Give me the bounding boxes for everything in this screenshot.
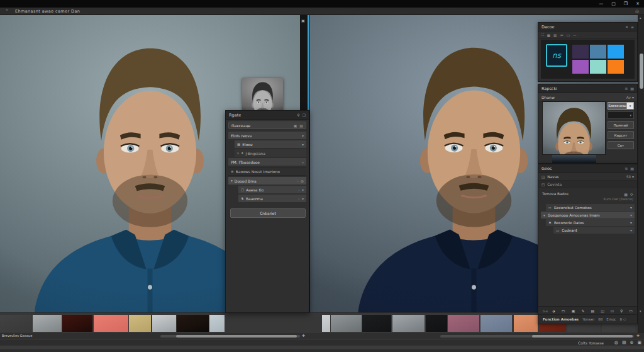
filmstrip-thumbnail-gold[interactable] bbox=[129, 315, 151, 332]
search-bar-icon[interactable]: ▣ bbox=[294, 123, 297, 128]
window-restore-button[interactable]: ❐ bbox=[624, 2, 628, 6]
filmstrip-thumbnail-blue-gray[interactable] bbox=[480, 315, 512, 332]
panel-header-icon[interactable]: ≋ bbox=[625, 166, 628, 171]
filmstrip-thumbnail-ember-dark[interactable] bbox=[177, 315, 209, 332]
layers-footer-icon[interactable]: ⚲ bbox=[620, 309, 623, 313]
menu-items[interactable]: Ehmanasnt awao camer Dan bbox=[15, 9, 80, 14]
panel-search-bar[interactable]: Пакскаце ▣▤ bbox=[228, 122, 306, 129]
color-swatch[interactable] bbox=[590, 60, 606, 74]
row-control-icon[interactable]: ◦ bbox=[297, 196, 300, 201]
footer-mid-label[interactable]: Yonsan bbox=[582, 317, 594, 321]
chevron-down-icon[interactable]: ▾ bbox=[630, 221, 632, 225]
properties-row[interactable]: ▦Elooe▾ bbox=[235, 140, 306, 148]
filmstrip-thumbnail-dark-2[interactable] bbox=[426, 315, 447, 332]
properties-row[interactable]: ▾Doood Bma◦⊛ bbox=[228, 177, 306, 185]
row-control-icon[interactable]: ◦ bbox=[297, 188, 300, 192]
window-maximize-button[interactable]: ▢ bbox=[611, 2, 616, 6]
window-close-button[interactable]: ✕ bbox=[636, 2, 640, 6]
layers-option-icon[interactable]: ▦ bbox=[624, 192, 628, 196]
row-control-icon[interactable]: ▿ bbox=[302, 160, 304, 164]
properties-row[interactable]: ♞Baaorma◦▾ bbox=[238, 195, 306, 202]
scrollbar-handle[interactable] bbox=[176, 335, 297, 338]
swatches-toolbar-icon[interactable]: ▥ bbox=[553, 33, 557, 37]
layers-footer-icon[interactable]: ✎ bbox=[581, 309, 584, 313]
panel-header-icon[interactable]: ▤ bbox=[630, 86, 634, 91]
filmstrip-thumbnail-clouds-2[interactable] bbox=[392, 315, 425, 332]
statusbar-icon[interactable]: ▣ bbox=[637, 340, 641, 345]
home-icon[interactable]: ⌃ bbox=[5, 9, 9, 14]
statusbar-icon[interactable]: ⊕ bbox=[630, 340, 634, 345]
chevron-down-icon[interactable]: ▾ bbox=[630, 229, 632, 232]
swatches-toolbar-icon[interactable]: ⛶ bbox=[541, 33, 544, 37]
filmstrip-thumbnail-pale-blue[interactable] bbox=[209, 315, 225, 332]
filmstrip-thumbnail-salmon[interactable] bbox=[94, 315, 128, 332]
preview-thumbnail[interactable] bbox=[542, 101, 606, 155]
footer-right-label[interactable]: Emoc bbox=[606, 317, 616, 321]
swatches-toolbar-icon[interactable]: ▦ bbox=[547, 33, 550, 37]
row-control-icon[interactable]: ▾ bbox=[302, 142, 304, 147]
filmstrip-thumbnail-maroon[interactable] bbox=[62, 315, 92, 332]
filmstrip-scrollbar-right[interactable] bbox=[440, 335, 634, 338]
panel-header-icon[interactable]: ❑ bbox=[303, 113, 306, 117]
panel-header-icon[interactable]: ▤ bbox=[630, 166, 634, 171]
footer-left-label[interactable]: Function Amoebas bbox=[543, 317, 579, 321]
filmstrip-scrollbar-left[interactable] bbox=[160, 335, 300, 338]
panel-header-icon[interactable]: ≋ bbox=[625, 86, 628, 91]
properties-row[interactable]: ≡Baoows Nosst Imeriono bbox=[228, 167, 306, 176]
convert-button[interactable]: Cnbariet bbox=[230, 208, 306, 218]
source-dropdown[interactable]: Sli ▾ bbox=[626, 174, 634, 179]
panel-header-icon[interactable]: ⚲ bbox=[297, 113, 299, 117]
layers-option-icon[interactable]: ⟳ bbox=[630, 192, 633, 196]
subheader-dropdown[interactable]: Av ▾ bbox=[626, 95, 634, 99]
layers-footer-icon[interactable]: ▣ bbox=[572, 309, 575, 313]
layer-row[interactable]: ▾Gosgonooo Amocenas Imam▾ bbox=[541, 212, 635, 219]
properties-row[interactable]: s✦J-Bngciana bbox=[235, 149, 306, 157]
layers-footer-icon[interactable]: ◫ bbox=[601, 309, 604, 313]
layers-footer-icon[interactable]: ▭ bbox=[629, 309, 633, 313]
row-control-icon[interactable]: ▾ bbox=[302, 196, 304, 201]
swatches-toolbar-icon[interactable]: ▭ bbox=[567, 33, 570, 37]
row-control-icon[interactable]: ▾ bbox=[302, 188, 304, 192]
scroll-plus-icon[interactable]: ✚ bbox=[302, 333, 305, 338]
color-swatch[interactable] bbox=[590, 45, 606, 59]
layer-row[interactable]: ✑Geconcbut Comobos▾ bbox=[546, 204, 635, 211]
row-control-icon[interactable]: ◦ bbox=[296, 179, 299, 183]
window-minimize-button[interactable]: — bbox=[599, 2, 603, 6]
preview-action-button[interactable]: Карслт bbox=[608, 131, 634, 139]
reference-thumbnail[interactable] bbox=[242, 78, 283, 113]
footer-end-icons[interactable]: 8 ⬭ bbox=[620, 317, 626, 322]
filmstrip-thumbnail-empty-slot[interactable] bbox=[0, 315, 31, 332]
filmstrip-thumbnail-mauve[interactable] bbox=[448, 315, 479, 332]
scroll-plus-icon[interactable]: ✚ bbox=[636, 333, 640, 338]
preset-dropdown[interactable]: Бососнеш ▾ bbox=[608, 102, 634, 110]
layers-footer-icon[interactable]: ⊡ bbox=[611, 309, 614, 313]
row-control-icon[interactable]: ⊛ bbox=[301, 179, 304, 183]
chevron-down-icon[interactable]: ▾ bbox=[630, 206, 632, 210]
preview-action-button[interactable]: Пымнай bbox=[608, 121, 634, 129]
scroll-down-icon[interactable]: ▾ bbox=[640, 309, 641, 313]
scrollbar-handle[interactable] bbox=[532, 335, 633, 338]
row-control-icon[interactable]: ▾ bbox=[302, 133, 304, 138]
color-swatch[interactable] bbox=[572, 45, 589, 59]
panel-menu-icon[interactable]: ≡ bbox=[631, 25, 634, 29]
color-swatch[interactable] bbox=[572, 60, 589, 74]
source-row[interactable]: ◳ Navas Sli ▾ bbox=[538, 173, 637, 181]
filmstrip-thumbnail-clouds[interactable] bbox=[331, 315, 362, 332]
swatches-toolbar-icon[interactable]: ⋯ bbox=[573, 33, 577, 37]
chevron-down-icon[interactable]: ▾ bbox=[630, 213, 632, 217]
statusbar-icon[interactable]: ▤ bbox=[622, 340, 626, 345]
scroll-up-icon[interactable]: ▴ bbox=[640, 16, 641, 20]
close-icon[interactable]: ✕ bbox=[625, 25, 628, 29]
statusbar-icon[interactable]: ◍ bbox=[614, 340, 618, 345]
layer-row[interactable]: ⚑Reconerie Datos▾ bbox=[546, 219, 635, 226]
vertical-scrollbar[interactable]: ▴ ▾ bbox=[638, 15, 644, 333]
layers-footer-icon[interactable]: ⬗ bbox=[552, 309, 555, 313]
account-icon[interactable]: ◎ bbox=[635, 9, 639, 14]
secondary-thumbnail[interactable] bbox=[552, 155, 596, 163]
properties-row[interactable]: ▢Aaesa tio◦▾ bbox=[238, 186, 306, 193]
preview-action-button[interactable]: Сат bbox=[608, 141, 634, 149]
app-logo-tile[interactable]: ns bbox=[546, 44, 567, 67]
color-swatch[interactable] bbox=[608, 60, 624, 74]
filmstrip-thumbnail-silver-light[interactable] bbox=[152, 315, 176, 332]
layers-footer-icon[interactable]: ▤ bbox=[591, 309, 594, 313]
